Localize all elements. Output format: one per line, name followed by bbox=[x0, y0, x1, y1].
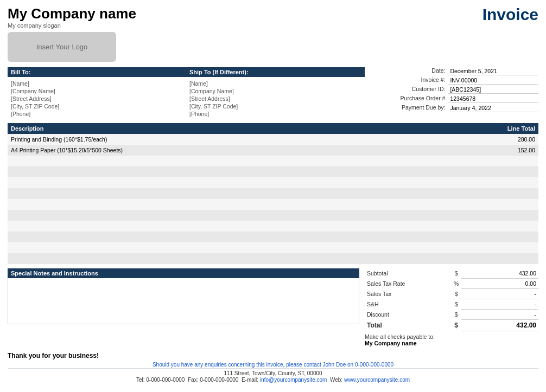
notes-section: Special Notes and Instructions bbox=[8, 268, 359, 324]
tax-rate-currency: % bbox=[452, 279, 461, 289]
tax-rate-label: Sales Tax Rate bbox=[365, 279, 452, 289]
invoice-num-value: INV-00000 bbox=[448, 76, 538, 85]
ship-to-fields: [Name] [Company Name] [Street Address] [… bbox=[186, 79, 365, 119]
sh-label: S&H bbox=[365, 299, 452, 310]
row-description bbox=[8, 166, 484, 177]
logo-placeholder: Insert Your Logo bbox=[8, 32, 116, 62]
discount-label: Discount bbox=[365, 310, 452, 320]
row-line-total bbox=[484, 253, 538, 264]
table-row: Printing and Binding (160*$1.75/each)280… bbox=[8, 134, 538, 145]
row-description: A4 Printing Paper (10*$15.20/5*500 Sheet… bbox=[8, 145, 484, 156]
sales-tax-row: Sales Tax $ - bbox=[365, 289, 538, 299]
items-table: Description Line Total Printing and Bind… bbox=[8, 123, 538, 264]
thank-you: Thank you for your business! bbox=[8, 352, 538, 359]
bill-to-phone: [Phone] bbox=[11, 110, 183, 118]
notes-header: Special Notes and Instructions bbox=[8, 268, 359, 278]
total-currency: $ bbox=[452, 320, 461, 331]
discount-value: - bbox=[461, 310, 538, 320]
company-slogan: My company slogan bbox=[8, 22, 136, 29]
row-description bbox=[8, 188, 484, 199]
sales-tax-label: Sales Tax bbox=[365, 289, 452, 299]
subtotal-row: Subtotal $ 432.00 bbox=[365, 268, 538, 279]
totals-section: Subtotal $ 432.00 Sales Tax Rate % 0.00 … bbox=[365, 268, 538, 346]
table-row: A4 Printing Paper (10*$15.20/5*500 Sheet… bbox=[8, 145, 538, 156]
bill-to-header: Bill To: bbox=[8, 67, 186, 77]
table-row bbox=[8, 221, 538, 232]
invoice-page: My Company name My company slogan Insert… bbox=[0, 0, 546, 388]
subtotal-label: Subtotal bbox=[365, 268, 452, 279]
total-row: Total $ 432.00 bbox=[365, 320, 538, 331]
subtotal-value: 432.00 bbox=[461, 268, 538, 279]
ship-to-name: [Name] bbox=[189, 80, 361, 87]
col-description: Description bbox=[8, 123, 484, 134]
row-description: Printing and Binding (160*$1.75/each) bbox=[8, 134, 484, 145]
bottom-section: Special Notes and Instructions Subtotal … bbox=[8, 268, 538, 346]
date-label: Date: bbox=[370, 67, 445, 75]
footer-web[interactable]: www.yourcompanysite.com bbox=[344, 377, 410, 383]
table-row bbox=[8, 253, 538, 264]
table-row bbox=[8, 156, 538, 166]
total-value: 432.00 bbox=[461, 320, 538, 331]
payable-to: Make all checks payable to: My Company n… bbox=[365, 333, 538, 346]
col-line-total: Line Total bbox=[484, 123, 538, 134]
row-description bbox=[8, 210, 484, 221]
company-name: My Company name bbox=[8, 5, 136, 22]
discount-row: Discount $ - bbox=[365, 310, 538, 320]
table-row bbox=[8, 188, 538, 199]
address-section: Bill To: [Name] [Company Name] [Street A… bbox=[8, 67, 538, 119]
table-row bbox=[8, 242, 538, 253]
footer-enquiry: Should you have any enquiries concerning… bbox=[8, 362, 538, 368]
date-value: December 5, 2021 bbox=[448, 67, 538, 75]
company-block: My Company name My company slogan Insert… bbox=[8, 5, 136, 62]
bill-to-company: [Company Name] bbox=[11, 87, 183, 95]
po-label: Purchase Order # bbox=[370, 95, 445, 103]
footer-web-label: Web: bbox=[330, 377, 342, 383]
row-line-total bbox=[484, 210, 538, 221]
notes-body[interactable] bbox=[8, 278, 359, 324]
footer: Thank you for your business! Should you … bbox=[8, 352, 538, 383]
row-description bbox=[8, 232, 484, 242]
row-description bbox=[8, 242, 484, 253]
bill-to-city: [City, ST ZIP Code] bbox=[11, 102, 183, 110]
po-value: 12345678 bbox=[448, 95, 538, 103]
total-label: Total bbox=[365, 320, 452, 331]
row-description bbox=[8, 199, 484, 210]
bill-to-block: Bill To: [Name] [Company Name] [Street A… bbox=[8, 67, 186, 119]
row-line-total bbox=[484, 156, 538, 166]
table-row bbox=[8, 166, 538, 177]
footer-tel: Tel: 0-000-000-0000 bbox=[136, 377, 185, 383]
discount-currency: $ bbox=[452, 310, 461, 320]
header: My Company name My company slogan Insert… bbox=[8, 5, 538, 62]
due-date-value: January 4, 2022 bbox=[448, 104, 538, 112]
customer-id-label: Customer ID: bbox=[370, 86, 445, 94]
sales-tax-currency: $ bbox=[452, 289, 461, 299]
table-row bbox=[8, 177, 538, 188]
totals-table: Subtotal $ 432.00 Sales Tax Rate % 0.00 … bbox=[365, 268, 538, 331]
footer-contact: Tel: 0-000-000-0000 Fax: 0-000-000-0000 … bbox=[8, 377, 538, 383]
footer-street: 111 Street, Town/City, County, ST, 00000 bbox=[224, 370, 322, 376]
ship-to-phone: [Phone] bbox=[189, 110, 361, 118]
tax-rate-value: 0.00 bbox=[461, 279, 538, 289]
company-info: My Company name My company slogan bbox=[8, 5, 136, 29]
invoice-meta: Date: December 5, 2021 Invoice #: INV-00… bbox=[365, 67, 538, 112]
ship-to-block: Ship To (If Different): [Name] [Company … bbox=[186, 67, 365, 119]
payable-company: My Company name bbox=[365, 340, 417, 346]
bill-to-name: [Name] bbox=[11, 80, 183, 87]
invoice-num-label: Invoice #: bbox=[370, 76, 445, 85]
payable-label: Make all checks payable to: bbox=[365, 333, 435, 340]
row-line-total bbox=[484, 177, 538, 188]
ship-to-company: [Company Name] bbox=[189, 87, 361, 95]
subtotal-currency: $ bbox=[452, 268, 461, 279]
footer-address: 111 Street, Town/City, County, ST, 00000 bbox=[8, 369, 538, 376]
row-description bbox=[8, 156, 484, 166]
row-description bbox=[8, 177, 484, 188]
ship-to-header: Ship To (If Different): bbox=[186, 67, 365, 77]
footer-email[interactable]: info@yourcompanysite.com bbox=[260, 377, 327, 383]
ship-to-city: [City, ST ZIP Code] bbox=[189, 102, 361, 110]
row-line-total bbox=[484, 199, 538, 210]
due-date-label: Payment Due by: bbox=[370, 104, 445, 112]
row-line-total: 152.00 bbox=[484, 145, 538, 156]
ship-to-street: [Street Address] bbox=[189, 95, 361, 102]
bill-to-street: [Street Address] bbox=[11, 95, 183, 102]
footer-email-label: E-mail: bbox=[242, 377, 258, 383]
